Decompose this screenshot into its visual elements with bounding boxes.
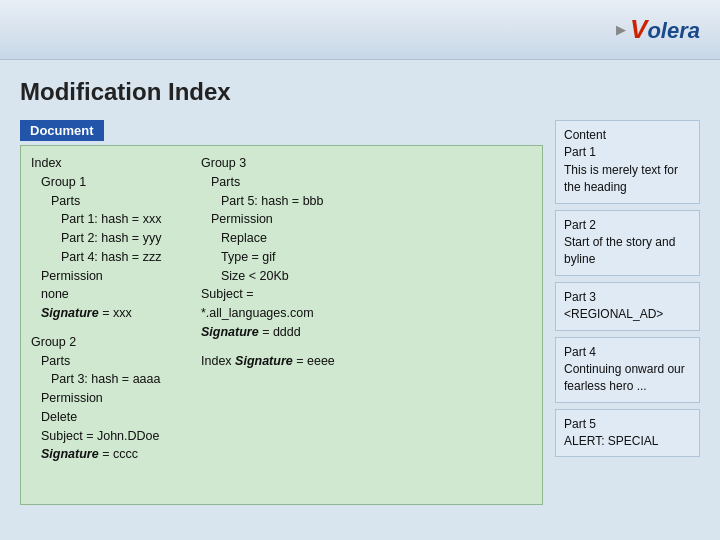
left-panel: Document Index Group 1 Parts Part 1: has…	[20, 120, 543, 505]
group2-parts: Parts	[31, 352, 191, 371]
group3-permission-label: Permission	[201, 210, 361, 229]
group1-part4: Part 4: hash = zzz	[31, 248, 191, 267]
box0-content: Content Part 1 This is merely text for t…	[564, 127, 691, 197]
group2-part3: Part 3: hash = aaaa	[31, 370, 191, 389]
index-left: Index Group 1 Parts Part 1: hash = xxx P…	[31, 154, 191, 496]
right-panel: Content Part 1 This is merely text for t…	[555, 120, 700, 505]
group2-permission-val: Delete	[31, 408, 191, 427]
index-sig-line: Index Signature = eeee	[201, 352, 361, 371]
group1-sig-val: = xxx	[102, 306, 132, 320]
box0-part1: Part 1	[564, 145, 596, 159]
group1-sig-word: Signature	[41, 306, 99, 320]
box1-part: Part 2	[564, 218, 596, 232]
logo: ▶ Volera	[616, 10, 700, 50]
group3-subject: Subject =	[201, 285, 361, 304]
index-right: Group 3 Parts Part 5: hash = bbb Permiss…	[201, 154, 361, 496]
info-box-0: Content Part 1 This is merely text for t…	[555, 120, 700, 204]
group3-size: Size < 20Kb	[201, 267, 361, 286]
group2-subject: Subject = John.DDoe	[31, 427, 191, 446]
content-area: Document Index Group 1 Parts Part 1: has…	[20, 120, 700, 505]
top-bar: ▶ Volera	[0, 0, 720, 60]
group1-signature: Signature = xxx	[31, 304, 191, 323]
box2-text: <REGIONAL_AD>	[564, 307, 663, 321]
group2-sig-word: Signature	[41, 447, 99, 461]
box3-part: Part 4	[564, 345, 596, 359]
index-sig-label: Signature	[235, 354, 293, 368]
info-box-2: Part 3 <REGIONAL_AD>	[555, 282, 700, 331]
group1-part2: Part 2: hash = yyy	[31, 229, 191, 248]
group3-subject2: *.all_languages.com	[201, 304, 361, 323]
group1-permission-val: none	[31, 285, 191, 304]
group1-part1: Part 1: hash = xxx	[31, 210, 191, 229]
box3-text: Continuing onward our fearless hero ...	[564, 362, 685, 393]
group2-signature: Signature = cccc	[31, 445, 191, 464]
logo-tagline: ▶	[616, 22, 626, 37]
box0-text: This is merely text for the heading	[564, 163, 678, 194]
box1-text: Start of the story and byline	[564, 235, 675, 266]
box4-text: ALERT: SPECIAL	[564, 434, 659, 448]
group3-label: Group 3	[201, 154, 361, 173]
box4-part: Part 5	[564, 417, 596, 431]
box1-content: Part 2 Start of the story and byline	[564, 217, 691, 269]
index-label: Index	[31, 154, 191, 173]
index-block: Index Group 1 Parts Part 1: hash = xxx P…	[20, 145, 543, 505]
box2-content: Part 3 <REGIONAL_AD>	[564, 289, 691, 324]
group2-permission-label: Permission	[31, 389, 191, 408]
info-box-4: Part 5 ALERT: SPECIAL	[555, 409, 700, 458]
info-box-1: Part 2 Start of the story and byline	[555, 210, 700, 276]
group3-sig-val: = dddd	[262, 325, 301, 339]
group3-parts: Parts	[201, 173, 361, 192]
group3-part5: Part 5: hash = bbb	[201, 192, 361, 211]
group2-label: Group 2	[31, 333, 191, 352]
group1-permission-label: Permission	[31, 267, 191, 286]
box2-part: Part 3	[564, 290, 596, 304]
logo-text: Volera	[630, 14, 700, 45]
logo-v: V	[630, 14, 647, 44]
index-sig-val: = eeee	[296, 354, 335, 368]
box0-part-content: Content	[564, 128, 606, 142]
info-box-3: Part 4 Continuing onward our fearless he…	[555, 337, 700, 403]
group3-replace: Replace	[201, 229, 361, 248]
group1-label: Group 1	[31, 173, 191, 192]
group3-sig-word: Signature	[201, 325, 259, 339]
index-sig-index: Index	[201, 354, 232, 368]
box4-content: Part 5 ALERT: SPECIAL	[564, 416, 691, 451]
page-title: Modification Index	[20, 78, 700, 106]
document-tag: Document	[20, 120, 104, 141]
group3-type: Type = gif	[201, 248, 361, 267]
group1-parts: Parts	[31, 192, 191, 211]
box3-content: Part 4 Continuing onward our fearless he…	[564, 344, 691, 396]
group2-sig-val: = cccc	[102, 447, 138, 461]
group3-signature: Signature = dddd	[201, 323, 361, 342]
main-content: Modification Index Document Index Group …	[0, 60, 720, 540]
